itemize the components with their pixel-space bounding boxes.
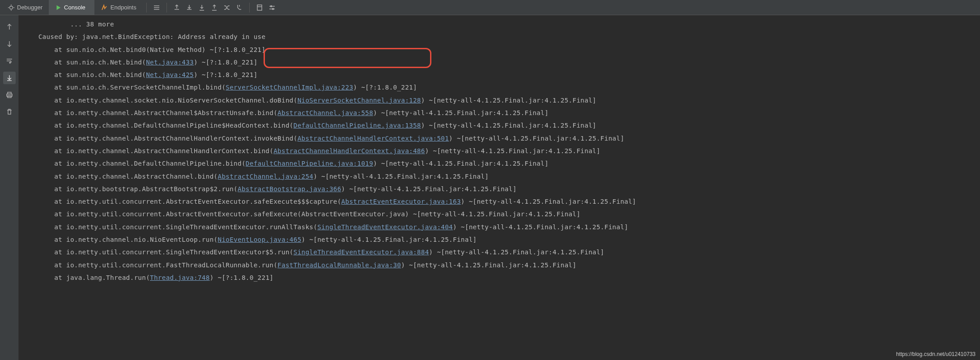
stacktrace-text: ) ~[netty-all-4.1.25.Final.jar:4.1.25.Fi… (373, 109, 549, 116)
tab-debugger[interactable]: Debugger (2, 0, 49, 15)
svg-marker-5 (57, 5, 61, 10)
tab-debugger-label: Debugger (17, 4, 43, 11)
wrap-icon[interactable] (3, 55, 16, 67)
stacktrace-text: ) ~[?:1.8.0_221] (210, 274, 274, 281)
separator (166, 3, 167, 13)
tab-endpoints[interactable]: Endpoints (94, 0, 143, 15)
stacktrace-link[interactable]: Net.java:425 (146, 71, 194, 78)
console-line: at io.netty.channel.nio.NioEventLoop.run… (22, 233, 976, 246)
console-line: at io.netty.bootstrap.AbstractBootstrap$… (22, 183, 976, 195)
stacktrace-link[interactable]: AbstractChannel.java:558 (277, 109, 373, 116)
step-icon[interactable] (233, 1, 246, 14)
stacktrace-text: at io.netty.util.concurrent.SingleThread… (54, 223, 317, 231)
stacktrace-text: ) ~[netty-all-4.1.25.Final.jar:4.1.25.Fi… (421, 97, 597, 104)
console-line: at sun.nio.ch.Net.bind0(Native Method) ~… (22, 43, 976, 56)
stacktrace-link[interactable]: FastThreadLocalRunnable.java:30 (277, 261, 401, 269)
stacktrace-text: at io.netty.util.concurrent.AbstractEven… (54, 210, 580, 218)
stacktrace-text: ) ~[?:1.8.0_221] (194, 71, 258, 78)
stacktrace-link[interactable]: Thread.java:748 (150, 274, 210, 281)
stacktrace-text: at io.netty.channel.AbstractChannelHandl… (54, 147, 273, 154)
main-area: ... 38 more Caused by: java.net.BindExce… (0, 15, 980, 360)
stacktrace-text: at sun.nio.ch.Net.bind( (54, 71, 146, 78)
stacktrace-text: at io.netty.util.concurrent.FastThreadLo… (54, 261, 277, 269)
stacktrace-link[interactable]: ServerSocketChannelImpl.java:223 (226, 84, 353, 91)
stacktrace-link[interactable]: AbstractChannelHandlerContext.java:501 (298, 135, 449, 142)
print-icon[interactable] (3, 89, 16, 101)
console-line: at io.netty.channel.AbstractChannel.bind… (22, 170, 976, 183)
stacktrace-link[interactable]: DefaultChannelPipeline.java:1358 (294, 122, 421, 129)
trash-icon[interactable] (3, 106, 16, 118)
svg-point-13 (270, 5, 272, 7)
stacktrace-link[interactable]: Net.java:433 (146, 59, 194, 66)
stacktrace-text: at sun.nio.ch.Net.bind( (54, 59, 146, 66)
stacktrace-text: Caused by: java.net.BindException: Addre… (38, 33, 266, 40)
stacktrace-text: ) ~[netty-all-4.1.25.Final.jar:4.1.25.Fi… (453, 223, 628, 231)
download-icon[interactable] (183, 1, 196, 14)
export-up-icon[interactable] (170, 1, 183, 14)
stacktrace-text: ) ~[netty-all-4.1.25.Final.jar:4.1.25.Fi… (425, 147, 601, 154)
stacktrace-text: ) ~[?:1.8.0_221] (194, 59, 258, 66)
stacktrace-link[interactable]: SingleThreadEventExecutor.java:884 (294, 249, 429, 256)
stacktrace-text: ) ~[netty-all-4.1.25.Final.jar:4.1.25.Fi… (461, 198, 636, 205)
watermark-text: https://blog.csdn.net/u012410733 (896, 351, 976, 357)
svg-point-0 (10, 6, 13, 9)
console-line: at io.netty.channel.AbstractChannelHandl… (22, 132, 976, 145)
svg-rect-9 (257, 5, 262, 10)
stacktrace-link[interactable]: NioEventLoop.java:465 (217, 236, 301, 243)
tab-console-label: Console (64, 4, 85, 11)
console-line: Caused by: java.net.BindException: Addre… (22, 30, 976, 43)
stacktrace-link[interactable]: AbstractEventExecutor.java:163 (341, 198, 461, 205)
console-output[interactable]: ... 38 more Caused by: java.net.BindExce… (19, 15, 980, 360)
tab-endpoints-label: Endpoints (111, 4, 136, 11)
stacktrace-text: ) ~[netty-all-4.1.25.Final.jar:4.1.25.Fi… (313, 173, 489, 180)
tab-console[interactable]: Console (49, 0, 94, 15)
stacktrace-text: at io.netty.channel.socket.nio.NioServer… (54, 97, 297, 104)
stacktrace-link[interactable]: AbstractChannel.java:254 (217, 173, 313, 180)
download-underline-icon[interactable] (196, 1, 208, 14)
stacktrace-text: at sun.nio.ch.Net.bind0(Native Method) ~… (54, 46, 265, 53)
arrow-up-icon[interactable] (3, 21, 16, 33)
stacktrace-text: ) ~[netty-all-4.1.25.Final.jar:4.1.25.Fi… (449, 135, 624, 142)
stacktrace-text: at io.netty.channel.DefaultChannelPipeli… (54, 160, 246, 167)
stacktrace-text: at io.netty.util.concurrent.AbstractEven… (54, 198, 341, 205)
console-line: at io.netty.util.concurrent.FastThreadLo… (22, 259, 976, 271)
calculator-icon[interactable] (253, 1, 266, 14)
stacktrace-text: ) ~[netty-all-4.1.25.Final.jar:4.1.25.Fi… (401, 261, 576, 269)
stacktrace-link[interactable]: DefaultChannelPipeline.java:1019 (246, 160, 373, 167)
stacktrace-link[interactable]: AbstractChannelHandlerContext.java:486 (273, 147, 425, 154)
console-line: at io.netty.util.concurrent.SingleThread… (22, 221, 976, 233)
console-line: at sun.nio.ch.Net.bind(Net.java:425) ~[?… (22, 69, 976, 81)
arrow-down-icon[interactable] (3, 38, 16, 50)
console-line: at io.netty.util.concurrent.AbstractEven… (22, 195, 976, 208)
stacktrace-text: ... 38 more (70, 21, 114, 28)
stacktrace-text: ) ~[netty-all-4.1.25.Final.jar:4.1.25.Fi… (302, 236, 477, 243)
stacktrace-text: at io.netty.channel.AbstractChannel$Abst… (54, 109, 277, 116)
console-line: at io.netty.channel.AbstractChannelHandl… (22, 145, 976, 157)
upload-icon[interactable] (208, 1, 221, 14)
stacktrace-text: ) ~[netty-all-4.1.25.Final.jar:4.1.25.Fi… (421, 122, 597, 129)
stacktrace-text: at io.netty.channel.AbstractChannelHandl… (54, 135, 297, 142)
svg-rect-17 (8, 96, 11, 98)
list-icon[interactable] (150, 1, 163, 14)
stacktrace-text: at io.netty.channel.nio.NioEventLoop.run… (54, 236, 217, 243)
shuffle-icon[interactable] (221, 1, 233, 14)
stacktrace-link[interactable]: AbstractBootstrap.java:366 (238, 185, 341, 193)
separator (249, 3, 250, 13)
stacktrace-link[interactable]: SingleThreadEventExecutor.java:404 (317, 223, 453, 231)
stacktrace-link[interactable]: NioServerSocketChannel.java:128 (298, 97, 421, 104)
scroll-end-icon[interactable] (3, 72, 16, 84)
stacktrace-text: ) ~[?:1.8.0_221] (353, 84, 417, 91)
stacktrace-text: at io.netty.bootstrap.AbstractBootstrap$… (54, 185, 238, 193)
console-line: at java.lang.Thread.run(Thread.java:748)… (22, 271, 976, 284)
console-line: at io.netty.util.concurrent.AbstractEven… (22, 208, 976, 220)
settings-icon[interactable] (266, 1, 278, 14)
console-line: at io.netty.channel.AbstractChannel$Abst… (22, 107, 976, 119)
endpoints-icon (101, 4, 108, 11)
stacktrace-text: at sun.nio.ch.ServerSocketChannelImpl.bi… (54, 84, 226, 91)
separator (146, 3, 147, 13)
play-icon (55, 4, 61, 11)
debug-toolbar: Debugger Console Endpoints (0, 0, 980, 15)
stacktrace-text: ) ~[netty-all-4.1.25.Final.jar:4.1.25.Fi… (341, 185, 517, 193)
stacktrace-text: ) ~[netty-all-4.1.25.Final.jar:4.1.25.Fi… (373, 160, 549, 167)
console-line: at sun.nio.ch.ServerSocketChannelImpl.bi… (22, 81, 976, 94)
